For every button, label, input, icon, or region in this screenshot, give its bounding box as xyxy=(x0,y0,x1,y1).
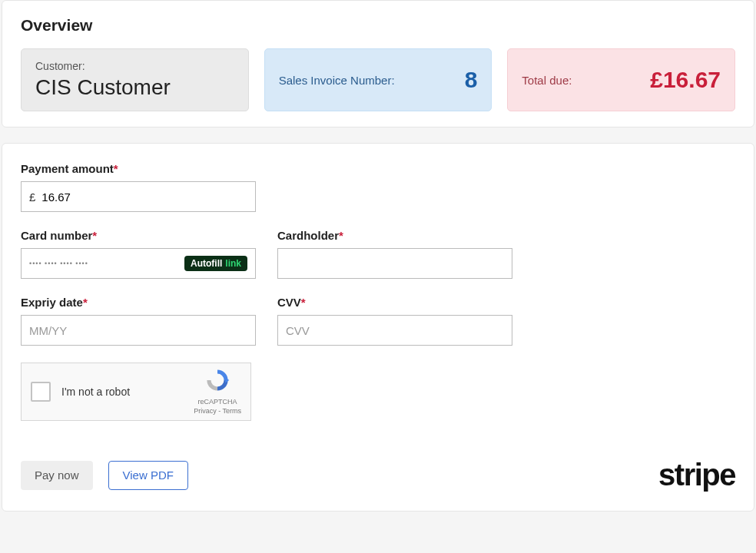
recaptcha-box[interactable]: I'm not a robot reCAPTCHA Privacy - Term… xyxy=(21,363,251,421)
recaptcha-label: I'm not a robot xyxy=(61,386,183,398)
payment-amount-label: Payment amount* xyxy=(21,162,256,175)
expiry-input-wrap[interactable] xyxy=(21,315,256,346)
card-number-group: Card number* •••• •••• •••• •••• Autofil… xyxy=(21,229,256,279)
cvv-input[interactable] xyxy=(286,316,504,345)
card-number-placeholder: •••• •••• •••• •••• xyxy=(29,260,184,267)
recaptcha-checkbox[interactable] xyxy=(31,382,51,402)
total-due-value: £16.67 xyxy=(650,67,721,93)
card-number-label: Card number* xyxy=(21,229,256,242)
payment-amount-input-wrap[interactable]: £ xyxy=(21,181,256,212)
stripe-logo: stripe xyxy=(658,458,735,492)
total-due-box: Total due: £16.67 xyxy=(507,48,735,111)
pay-now-button[interactable]: Pay now xyxy=(21,461,93,490)
overview-title: Overview xyxy=(21,16,735,35)
cardholder-group: Cardholder* xyxy=(277,229,512,279)
bottom-row: Pay now View PDF stripe xyxy=(21,458,735,492)
cardholder-input-wrap[interactable] xyxy=(277,248,512,279)
customer-box: Customer: CIS Customer xyxy=(21,48,249,111)
overview-card: Overview Customer: CIS Customer Sales In… xyxy=(2,0,754,127)
invoice-value: 8 xyxy=(465,67,478,93)
expiry-label: Expriy date* xyxy=(21,296,256,309)
recaptcha-icon xyxy=(204,367,230,393)
cvv-input-wrap[interactable] xyxy=(277,315,512,346)
card-number-input-wrap[interactable]: •••• •••• •••• •••• Autofill link xyxy=(21,248,256,279)
expiry-input[interactable] xyxy=(29,316,247,345)
cvv-group: CVV* xyxy=(277,296,512,346)
customer-label: Customer: xyxy=(35,60,85,72)
cardholder-label: Cardholder* xyxy=(277,229,512,242)
currency-symbol: £ xyxy=(29,190,35,204)
autofill-badge[interactable]: Autofill link xyxy=(184,256,247,271)
invoice-box: Sales Invoice Number: 8 xyxy=(264,48,492,111)
payment-amount-group: Payment amount* £ xyxy=(21,162,256,212)
recaptcha-branding: reCAPTCHA Privacy - Terms xyxy=(194,367,241,416)
expiry-group: Expriy date* xyxy=(21,296,256,346)
cvv-label: CVV* xyxy=(277,296,512,309)
view-pdf-button[interactable]: View PDF xyxy=(108,461,188,490)
overview-boxes: Customer: CIS Customer Sales Invoice Num… xyxy=(21,48,735,111)
payment-amount-input[interactable] xyxy=(41,182,247,211)
customer-value: CIS Customer xyxy=(35,75,171,100)
payment-card: Payment amount* £ Card number* •••• ••••… xyxy=(2,143,754,512)
invoice-label: Sales Invoice Number: xyxy=(279,74,395,87)
total-due-label: Total due: xyxy=(522,74,572,87)
cardholder-input[interactable] xyxy=(286,249,504,278)
